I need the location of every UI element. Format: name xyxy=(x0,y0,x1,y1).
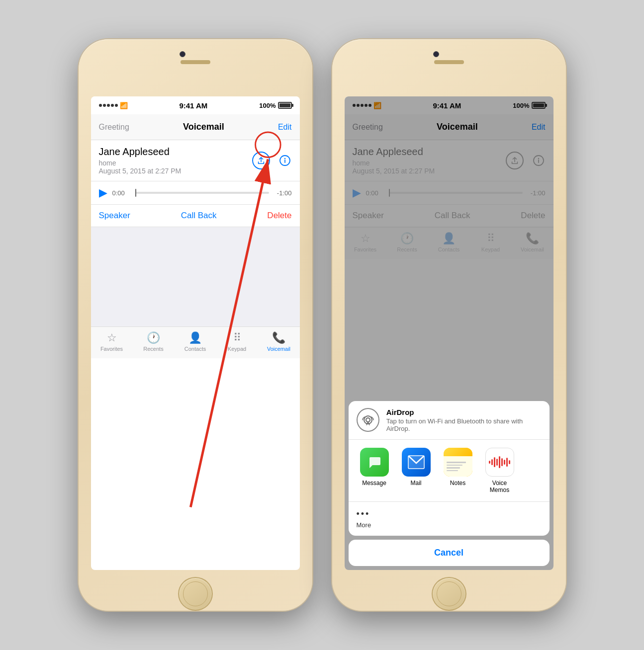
svg-point-10 xyxy=(366,418,370,422)
greeting-button[interactable]: Greeting xyxy=(99,123,129,132)
status-left: 📶 xyxy=(99,102,128,109)
star-icon: ☆ xyxy=(107,331,117,344)
app-item-voicememos[interactable]: Voice Memos xyxy=(482,448,518,493)
messages-label: Message xyxy=(362,480,386,487)
waveform xyxy=(489,455,510,469)
airdrop-desc: Tap to turn on Wi-Fi and Bluetooth to sh… xyxy=(386,417,542,432)
content-area-1 xyxy=(91,227,300,326)
airdrop-title: AirDrop xyxy=(386,408,542,416)
tab-contacts-1[interactable]: 👤 Contacts xyxy=(175,331,216,352)
callback-button-1[interactable]: Call Back xyxy=(181,211,217,221)
tab-favorites-1[interactable]: ☆ Favorites xyxy=(91,331,133,352)
app-item-mail[interactable]: Mail xyxy=(398,448,434,493)
app-item-notes[interactable]: Notes xyxy=(440,448,476,493)
share-apps-row: Message Mail xyxy=(349,440,550,501)
speaker-button-1[interactable]: Speaker xyxy=(99,211,130,221)
tab-contacts-label: Contacts xyxy=(184,346,206,352)
voicemail-actions-1 xyxy=(252,152,292,169)
messages-app-icon xyxy=(360,448,389,477)
airdrop-icon xyxy=(357,408,379,432)
nav-title-1: Voicemail xyxy=(183,122,224,132)
keypad-icon: ⠿ xyxy=(233,331,241,344)
airdrop-text: AirDrop Tap to turn on Wi-Fi and Bluetoo… xyxy=(386,408,542,432)
tab-favorites-label: Favorites xyxy=(100,346,123,352)
cancel-button[interactable]: Cancel xyxy=(349,540,550,566)
edit-button-1[interactable]: Edit xyxy=(278,123,292,132)
share-card: AirDrop Tap to turn on Wi-Fi and Bluetoo… xyxy=(349,401,550,536)
tab-bar-1: ☆ Favorites 🕐 Recents 👤 Contacts ⠿ Keypa… xyxy=(91,326,300,358)
nav-bar-1: Greeting Voicemail Edit xyxy=(91,114,300,140)
camera-2 xyxy=(433,51,439,57)
info-icon xyxy=(279,155,291,166)
info-button-1[interactable] xyxy=(278,154,292,167)
signal-dots xyxy=(99,104,118,107)
airdrop-row[interactable]: AirDrop Tap to turn on Wi-Fi and Bluetoo… xyxy=(349,401,550,440)
airdrop-svg xyxy=(360,412,376,428)
phone-screen-2: 📶 9:41 AM 100% Greeting Voicemail Edit J… xyxy=(345,96,553,570)
tab-recents-label: Recents xyxy=(143,346,163,352)
voicemail-item-1[interactable]: Jane Appleseed home August 5, 2015 at 2:… xyxy=(91,140,300,181)
messages-svg xyxy=(367,454,382,470)
home-button-inner xyxy=(183,581,208,606)
home-button-1[interactable] xyxy=(178,577,213,611)
contacts-icon: 👤 xyxy=(188,331,202,344)
tab-voicemail-1[interactable]: 📞 Voicemail xyxy=(258,331,300,352)
status-bar-1: 📶 9:41 AM 100% xyxy=(91,96,300,114)
share-sheet-overlay: AirDrop Tap to turn on Wi-Fi and Bluetoo… xyxy=(345,96,553,570)
tab-recents-1[interactable]: 🕐 Recents xyxy=(133,331,175,352)
speaker-grille xyxy=(181,60,210,64)
recents-icon: 🕐 xyxy=(147,331,160,344)
home-button-inner-2 xyxy=(437,581,461,606)
more-row[interactable]: ••• More xyxy=(349,501,550,536)
time-start-1: 0:00 xyxy=(112,189,130,197)
battery-fill xyxy=(279,103,290,107)
audio-row-1: ▶ 0:00 -1:00 xyxy=(91,181,300,205)
more-label: More xyxy=(357,521,371,529)
speaker-grille-2 xyxy=(434,60,464,64)
battery-icon xyxy=(278,102,292,109)
phone-screen-1: 📶 9:41 AM 100% Greeting Voicemail Edit J… xyxy=(91,96,300,570)
notes-label: Notes xyxy=(450,480,465,487)
voicememos-label: Voice Memos xyxy=(482,480,518,493)
status-time: 9:41 AM xyxy=(179,101,207,110)
mail-label: Mail xyxy=(410,480,421,487)
play-button-1[interactable]: ▶ xyxy=(99,186,107,199)
voicememos-app-icon xyxy=(485,448,514,477)
share-button-1[interactable] xyxy=(252,152,270,169)
battery-percent: 100% xyxy=(259,102,276,109)
wifi-icon: 📶 xyxy=(120,102,128,109)
home-button-2[interactable] xyxy=(432,577,466,611)
voicemail-icon: 📞 xyxy=(272,331,285,344)
progress-bar-1[interactable] xyxy=(135,192,269,194)
status-right: 100% xyxy=(259,102,291,109)
camera xyxy=(180,51,185,57)
share-sheet: AirDrop Tap to turn on Wi-Fi and Bluetoo… xyxy=(345,401,553,570)
phone-1: 📶 9:41 AM 100% Greeting Voicemail Edit J… xyxy=(79,39,312,611)
buttons-row-1: Speaker Call Back Delete xyxy=(91,205,300,227)
app-item-messages[interactable]: Message xyxy=(357,448,392,493)
mail-app-icon xyxy=(402,448,431,477)
time-end-1: -1:00 xyxy=(274,189,292,197)
more-dots-icon: ••• xyxy=(357,509,370,519)
notes-app-icon xyxy=(444,448,472,477)
delete-button-1[interactable]: Delete xyxy=(267,211,291,221)
share-icon xyxy=(257,156,266,165)
mail-svg xyxy=(408,455,425,469)
tab-keypad-label: Keypad xyxy=(228,346,246,352)
tab-keypad-1[interactable]: ⠿ Keypad xyxy=(216,331,258,352)
phone-2: 📶 9:41 AM 100% Greeting Voicemail Edit J… xyxy=(332,39,566,611)
tab-voicemail-label: Voicemail xyxy=(267,346,290,352)
